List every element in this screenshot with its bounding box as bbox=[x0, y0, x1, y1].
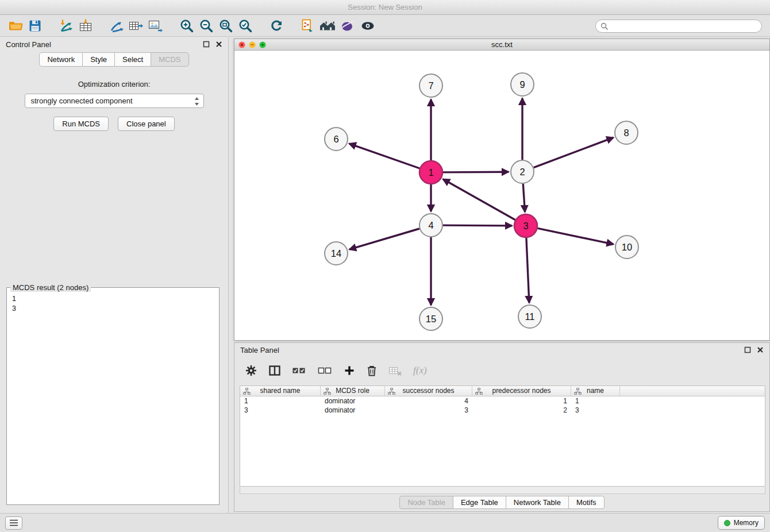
tab-select[interactable]: Select bbox=[114, 52, 151, 67]
cell-shared-name[interactable]: 1 bbox=[240, 396, 321, 406]
criterion-selected-value: strongly connected component bbox=[31, 97, 133, 105]
cell-successor-nodes[interactable]: 4 bbox=[385, 396, 472, 406]
zoom-window-button[interactable] bbox=[259, 41, 266, 48]
network-document-button[interactable] bbox=[298, 17, 317, 35]
cell-name[interactable]: 3 bbox=[571, 406, 620, 415]
visibility-button[interactable] bbox=[357, 17, 378, 35]
node-11[interactable]: 11 bbox=[518, 305, 541, 328]
column-header-mcds-role[interactable]: MCDS role bbox=[321, 386, 385, 396]
export-table-button[interactable] bbox=[126, 17, 146, 35]
minimize-window-button[interactable] bbox=[249, 41, 256, 48]
select-all-button[interactable] bbox=[292, 365, 307, 376]
export-table-icon bbox=[128, 18, 144, 33]
cell-predecessor-nodes[interactable]: 1 bbox=[472, 396, 571, 406]
delete-table-button[interactable] bbox=[388, 365, 402, 376]
node-1[interactable]: 1 bbox=[419, 161, 442, 184]
node-15[interactable]: 15 bbox=[419, 307, 442, 330]
svg-text:10: 10 bbox=[622, 242, 632, 252]
close-table-panel-icon[interactable] bbox=[757, 346, 764, 353]
column-header-name[interactable]: name bbox=[571, 386, 620, 396]
node-8[interactable]: 8 bbox=[615, 121, 638, 144]
cell-mcds-role[interactable]: dominator bbox=[321, 396, 385, 406]
tab-network[interactable]: Network bbox=[39, 52, 83, 67]
node-14[interactable]: 14 bbox=[325, 242, 348, 265]
column-panel-button[interactable] bbox=[268, 364, 281, 377]
table-tab-edge-table[interactable]: Edge Table bbox=[453, 496, 506, 509]
function-builder-icon: f(x) bbox=[413, 365, 427, 376]
close-panel-icon[interactable] bbox=[215, 41, 222, 48]
import-network-button[interactable] bbox=[56, 17, 76, 35]
function-builder-button[interactable]: f(x) bbox=[413, 365, 427, 376]
table-tab-node-table[interactable]: Node Table bbox=[399, 496, 453, 509]
cell-predecessor-nodes[interactable]: 2 bbox=[472, 406, 571, 415]
tab-mcds[interactable]: MCDS bbox=[151, 52, 188, 67]
edge-2-3[interactable] bbox=[523, 184, 525, 212]
svg-text:11: 11 bbox=[525, 311, 534, 322]
edge-4-3[interactable] bbox=[443, 225, 512, 226]
edge-3-10[interactable] bbox=[538, 228, 614, 244]
close-traffic-icon bbox=[238, 41, 245, 48]
table-tab-motifs[interactable]: Motifs bbox=[568, 496, 605, 509]
float-panel-icon[interactable] bbox=[203, 41, 210, 48]
close-panel-button[interactable]: Close panel bbox=[118, 117, 175, 131]
refresh-icon bbox=[269, 18, 284, 33]
save-session-button[interactable] bbox=[25, 17, 45, 35]
edge-3-11[interactable] bbox=[526, 238, 529, 303]
edge-4-14[interactable] bbox=[349, 229, 419, 249]
node-4[interactable]: 4 bbox=[419, 214, 442, 237]
unselect-all-button[interactable] bbox=[318, 365, 333, 376]
zoom-out-button[interactable] bbox=[197, 17, 216, 35]
select-all-icon bbox=[292, 365, 307, 376]
style-button[interactable] bbox=[338, 17, 357, 35]
show-panels-button[interactable] bbox=[5, 516, 22, 530]
table-row[interactable]: 1dominator411 bbox=[240, 396, 765, 406]
open-file-button[interactable] bbox=[6, 17, 25, 35]
node-10[interactable]: 10 bbox=[615, 236, 638, 259]
column-header-shared-name[interactable]: shared name bbox=[240, 386, 321, 396]
criterion-select[interactable]: strongly connected component bbox=[25, 94, 204, 108]
node-3[interactable]: 3 bbox=[514, 214, 537, 237]
zoom-selected-button[interactable] bbox=[236, 17, 255, 35]
export-image-button[interactable] bbox=[146, 17, 165, 35]
node-9[interactable]: 9 bbox=[511, 73, 534, 96]
table-settings-button[interactable] bbox=[245, 364, 257, 377]
svg-text:3: 3 bbox=[523, 221, 528, 231]
cell-shared-name[interactable]: 3 bbox=[240, 406, 321, 415]
refresh-view-button[interactable] bbox=[267, 17, 286, 35]
cell-successor-nodes[interactable]: 3 bbox=[385, 406, 472, 415]
table-row[interactable]: 3dominator323 bbox=[240, 406, 765, 415]
optimization-criterion-label: Optimization criterion: bbox=[0, 80, 228, 88]
cell-name[interactable]: 1 bbox=[571, 396, 620, 406]
column-header-successor-nodes[interactable]: successor nodes bbox=[385, 386, 472, 396]
import-network-icon bbox=[58, 18, 74, 33]
edge-1-2[interactable] bbox=[443, 172, 509, 172]
memory-button[interactable]: Memory bbox=[718, 516, 765, 530]
node-2[interactable]: 2 bbox=[511, 160, 534, 183]
network-canvas[interactable]: 7968124314101511 bbox=[234, 51, 769, 340]
close-window-button[interactable] bbox=[238, 41, 245, 48]
cell-mcds-role[interactable]: dominator bbox=[321, 406, 385, 415]
add-row-button[interactable] bbox=[344, 365, 355, 376]
import-table-button[interactable] bbox=[76, 17, 95, 35]
main-toolbar bbox=[0, 16, 770, 37]
zoom-fit-button[interactable] bbox=[216, 17, 236, 35]
table-tab-network-table[interactable]: Network Table bbox=[506, 496, 569, 509]
home-button[interactable] bbox=[317, 17, 338, 35]
float-table-panel-icon[interactable] bbox=[744, 346, 751, 353]
run-mcds-button[interactable]: Run MCDS bbox=[53, 117, 109, 131]
node-6[interactable]: 6 bbox=[325, 128, 348, 151]
node-7[interactable]: 7 bbox=[419, 74, 442, 97]
table-horizontal-scrollbar[interactable] bbox=[240, 487, 765, 494]
search-input[interactable] bbox=[595, 20, 762, 33]
table-toolbar: f(x) bbox=[234, 357, 769, 383]
eye-icon bbox=[359, 19, 376, 33]
zoom-in-button[interactable] bbox=[177, 17, 197, 35]
edge-2-8[interactable] bbox=[534, 137, 614, 167]
column-header-predecessor-nodes[interactable]: predecessor nodes bbox=[472, 386, 571, 396]
tab-style[interactable]: Style bbox=[82, 52, 115, 67]
network-canvas-container: 7968124314101511 bbox=[234, 51, 769, 340]
edge-1-6[interactable] bbox=[349, 144, 420, 168]
edge-3-1[interactable] bbox=[443, 179, 515, 220]
delete-row-button[interactable] bbox=[366, 364, 378, 377]
export-network-button[interactable] bbox=[107, 17, 126, 35]
